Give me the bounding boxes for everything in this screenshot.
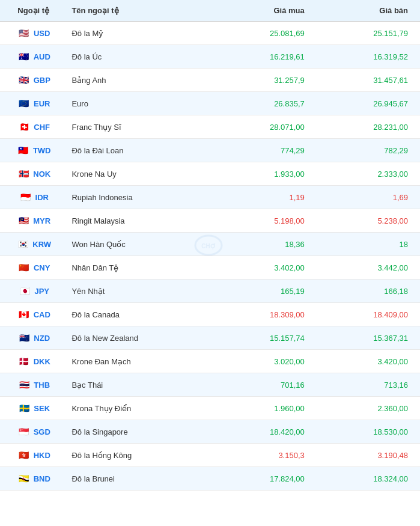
currency-flag-code: 🇨🇦 CAD <box>0 303 67 326</box>
buy-price: 16.219,61 <box>213 45 317 69</box>
flag-icon: 🇳🇿 <box>17 331 31 345</box>
sell-price: 28.231,00 <box>317 115 420 139</box>
currency-flag-code: 🇬🇧 GBP <box>0 69 67 92</box>
sell-price: 16.319,52 <box>317 45 420 69</box>
exchange-rate-table: Ngoại tệ Tên ngoại tệ Giá mua Giá bán 🇺🇸… <box>0 0 420 491</box>
currency-name: Krone Na Uy <box>67 162 213 186</box>
table-row: 🇩🇰 DKK Krone Đan Mạch 3.020,00 3.420,00 <box>0 350 420 373</box>
buy-price: 3.402,00 <box>213 256 317 280</box>
header-tenngoaite: Tên ngoại tệ <box>67 0 213 22</box>
buy-price: 28.071,00 <box>213 115 317 139</box>
buy-price: 3.020,00 <box>213 350 317 373</box>
currency-code: GBP <box>34 76 50 85</box>
sell-price: 713,16 <box>317 373 420 397</box>
currency-code: CNY <box>34 263 50 272</box>
flag-icon: 🇹🇭 <box>17 378 31 392</box>
currency-name: Bảng Anh <box>67 69 213 92</box>
currency-name: Franc Thụy Sĩ <box>67 115 213 139</box>
table-row: 🇭🇰 HKD Đô la Hồng Kông 3.150,3 3.190,48 <box>0 444 420 467</box>
table-row: 🇨🇭 CHF Franc Thụy Sĩ 28.071,00 28.231,00 <box>0 115 420 139</box>
currency-name: Rupiah Indonesia <box>67 186 213 209</box>
buy-price: 18.309,00 <box>213 303 317 326</box>
currency-name: Đô la Hồng Kông <box>67 444 213 467</box>
currency-name: Euro <box>67 92 213 115</box>
flag-icon: 🇺🇸 <box>17 26 31 40</box>
buy-price: 1.960,00 <box>213 397 317 420</box>
buy-price: 17.824,00 <box>213 467 317 491</box>
sell-price: 18 <box>317 233 420 256</box>
buy-price: 25.081,69 <box>213 22 317 45</box>
flag-icon: 🇹🇼 <box>16 143 31 157</box>
sell-price: 31.457,61 <box>317 69 420 92</box>
buy-price: 1.933,00 <box>213 162 317 186</box>
table-row: 🇨🇳 CNY Nhân Dân Tệ 3.402,00 3.442,00 <box>0 256 420 280</box>
currency-flag-code: 🇨🇭 CHF <box>0 115 67 139</box>
buy-price: 31.257,9 <box>213 69 317 92</box>
currency-flag-code: 🇺🇸 USD <box>0 22 67 45</box>
currency-flag-code: 🇰🇷 KRW <box>0 233 67 256</box>
table-row: 🇨🇦 CAD Đô la Canada 18.309,00 18.409,00 <box>0 303 420 326</box>
header-giaban: Giá bán <box>317 0 420 22</box>
flag-icon: 🇮🇩 <box>19 190 33 204</box>
currency-code: USD <box>34 29 50 38</box>
buy-price: 18.420,00 <box>213 420 317 444</box>
buy-price: 5.198,00 <box>213 209 317 233</box>
currency-flag-code: 🇳🇴 NOK <box>0 162 67 186</box>
currency-flag-code: 🇦🇺 AUD <box>0 45 67 69</box>
currency-name: Đô la Đài Loan <box>67 139 213 162</box>
currency-flag-code: 🇸🇪 SEK <box>0 397 67 420</box>
currency-name: Krone Đan Mạch <box>67 350 213 373</box>
currency-flag-code: 🇮🇩 IDR <box>0 186 67 209</box>
buy-price: 165,19 <box>213 280 317 303</box>
buy-price: 15.157,74 <box>213 326 317 350</box>
buy-price: 26.835,7 <box>213 92 317 115</box>
sell-price: 3.442,00 <box>317 256 420 280</box>
table-row: 🇹🇭 THB Bạc Thái 701,16 713,16 <box>0 373 420 397</box>
sell-price: 15.367,31 <box>317 326 420 350</box>
table-row: 🇲🇾 MYR Ringit Malaysia 5.198,00 5.238,00 <box>0 209 420 233</box>
sell-price: 5.238,00 <box>317 209 420 233</box>
flag-icon: 🇭🇰 <box>17 448 31 462</box>
sell-price: 26.945,67 <box>317 92 420 115</box>
currency-code: NZD <box>34 334 50 343</box>
currency-flag-code: 🇹🇼 TWD <box>0 139 67 162</box>
sell-price: 2.333,00 <box>317 162 420 186</box>
flag-icon: 🇲🇾 <box>16 213 31 228</box>
currency-name: Ringit Malaysia <box>67 209 213 233</box>
currency-flag-code: 🇸🇬 SGD <box>0 420 67 444</box>
table-row: 🇪🇺 EUR Euro 26.835,7 26.945,67 <box>0 92 420 115</box>
table-header-row: Ngoại tệ Tên ngoại tệ Giá mua Giá bán <box>0 0 420 22</box>
table-row: 🇳🇴 NOK Krone Na Uy 1.933,00 2.333,00 <box>0 162 420 186</box>
flag-icon: 🇪🇺 <box>17 96 31 111</box>
currency-code: SEK <box>34 404 50 413</box>
flag-icon: 🇨🇳 <box>17 260 31 275</box>
flag-icon: 🇧🇳 <box>17 471 31 486</box>
table-row: 🇦🇺 AUD Đô la Úc 16.219,61 16.319,52 <box>0 45 420 69</box>
currency-code: EUR <box>34 99 50 108</box>
flag-icon: 🇦🇺 <box>17 49 31 64</box>
table-row: 🇺🇸 USD Đô la Mỹ 25.081,69 25.151,79 <box>0 22 420 45</box>
sell-price: 1,69 <box>317 186 420 209</box>
sell-price: 18.409,00 <box>317 303 420 326</box>
currency-flag-code: 🇨🇳 CNY <box>0 256 67 280</box>
table-row: 🇮🇩 IDR Rupiah Indonesia 1,19 1,69 <box>0 186 420 209</box>
currency-code: CHF <box>34 123 50 132</box>
table-row: 🇰🇷 KRW Won Hàn Quốc 18,36 18 <box>0 233 420 256</box>
header-giamua: Giá mua <box>213 0 317 22</box>
currency-name: Đô la Singapore <box>67 420 213 444</box>
table-row: 🇸🇪 SEK Krona Thụy Điển 1.960,00 2.360,00 <box>0 397 420 420</box>
table-row: 🇬🇧 GBP Bảng Anh 31.257,9 31.457,61 <box>0 69 420 92</box>
flag-icon: 🇳🇴 <box>16 167 31 181</box>
currency-flag-code: 🇪🇺 EUR <box>0 92 67 115</box>
currency-code: IDR <box>35 193 49 202</box>
currency-code: MYR <box>33 216 50 225</box>
sell-price: 2.360,00 <box>317 397 420 420</box>
currency-flag-code: 🇩🇰 DKK <box>0 350 67 373</box>
buy-price: 1,19 <box>213 186 317 209</box>
currency-code: KRW <box>32 240 51 249</box>
sell-price: 3.420,00 <box>317 350 420 373</box>
currency-code: TWD <box>33 146 51 155</box>
flag-icon: 🇸🇪 <box>17 401 31 415</box>
flag-icon: 🇩🇰 <box>17 354 31 369</box>
currency-flag-code: 🇯🇵 JPY <box>0 280 67 303</box>
